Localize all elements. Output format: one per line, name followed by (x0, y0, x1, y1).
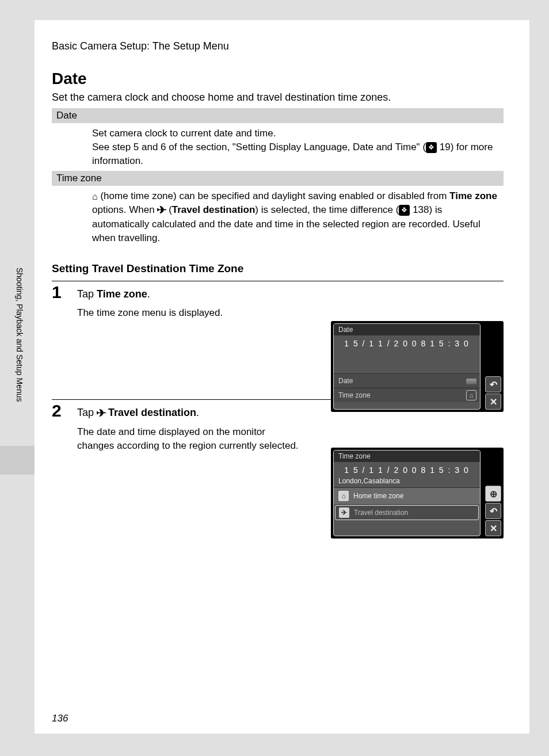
lcd1-row1-label: Date (338, 377, 353, 385)
bars-icon (466, 379, 476, 384)
back-button-2[interactable]: ↶ (485, 503, 501, 519)
lcd2-row-travel[interactable]: ✈ Travel destination (335, 505, 479, 520)
s2-tc: . (196, 407, 199, 418)
definition-timezone: Time zone ⌂ (home time zone) can be spec… (52, 171, 504, 249)
airplane-icon: ✈ (157, 203, 167, 217)
globe-button[interactable]: ⊕ (485, 486, 501, 502)
tz-t3: options. When (92, 204, 157, 215)
def-date-line1: Set camera clock to current date and tim… (92, 128, 276, 139)
step-1-body: The time zone menu is displayed. (77, 306, 304, 320)
lcd2-big: 1 5 / 1 1 / 2 0 0 8 1 5 : 3 0 London,Cas… (334, 462, 480, 487)
lcd1-right-pane: ↶ ✕ (485, 323, 501, 410)
definition-tz-head: Time zone (52, 171, 504, 186)
definition-date-head: Date (52, 108, 504, 123)
lcd2-row1-label: Home time zone (353, 492, 403, 500)
home-icon: ⌂ (92, 190, 98, 203)
s1-ta: Tap (77, 288, 97, 300)
page-ref-icon-2: ❖ (399, 205, 410, 216)
airplane-icon-row: ✈ (339, 507, 349, 518)
tz-t6: ) is selected, the time difference ( (255, 204, 399, 215)
step-1-title: Tap Time zone. (77, 285, 504, 300)
tz-t4: ( (166, 204, 171, 215)
back-button[interactable]: ↶ (485, 376, 501, 392)
manual-page: Shooting, Playback and Setup Menus Basic… (35, 20, 529, 734)
lcd2-row2-label: Travel destination (354, 509, 408, 517)
lcd2-title: Time zone (334, 450, 480, 462)
s1-tb: Time zone (97, 288, 147, 300)
side-tab-label: Shooting, Playback and Setup Menus (13, 268, 24, 446)
home-icon-small: ⌂ (466, 390, 476, 400)
airplane-icon-2: ✈ (96, 407, 106, 419)
lcd1-row-date[interactable]: Date (334, 373, 480, 388)
tz-t5: Travel destination (172, 204, 256, 215)
lcd2-datetime: 1 5 / 1 1 / 2 0 0 8 1 5 : 3 0 (334, 465, 480, 475)
lcd1-datetime: 1 5 / 1 1 / 2 0 0 8 1 5 : 3 0 (334, 335, 480, 373)
lcd1-left-pane: Date 1 5 / 1 1 / 2 0 0 8 1 5 : 3 0 Date … (333, 323, 481, 410)
sub-heading: Setting Travel Destination Time Zone (52, 262, 504, 275)
home-icon-row: ⌂ (338, 491, 349, 501)
intro-text: Set the camera clock and choose home and… (52, 91, 504, 104)
lcd-screenshot-2: Time zone 1 5 / 1 1 / 2 0 0 8 1 5 : 3 0 … (331, 448, 504, 539)
side-tab: Shooting, Playback and Setup Menus (0, 268, 35, 475)
step-2-number: 2 (52, 401, 62, 421)
lcd1-row2-label: Time zone (338, 391, 371, 399)
s2-ta: Tap (77, 407, 97, 418)
close-button-2[interactable]: ✕ (485, 520, 501, 536)
tz-t1: (home time zone) can be specified and da… (98, 190, 449, 201)
step-2-body: The date and time displayed on the monit… (77, 425, 304, 453)
tz-t2: Time zone (449, 190, 497, 201)
lcd2-left-pane: Time zone 1 5 / 1 1 / 2 0 0 8 1 5 : 3 0 … (333, 450, 481, 536)
page-ref-icon: ❖ (426, 142, 437, 153)
definition-tz-body: ⌂ (home time zone) can be specified and … (52, 186, 504, 249)
step-1-number: 1 (52, 282, 62, 302)
page-number: 136 (52, 713, 68, 724)
lcd-screenshot-1: Date 1 5 / 1 1 / 2 0 0 8 1 5 : 3 0 Date … (331, 321, 504, 412)
definition-date-body: Set camera clock to current date and tim… (52, 123, 504, 171)
lcd2-row-home[interactable]: ⌂ Home time zone (334, 487, 480, 504)
s1-tc: . (147, 288, 150, 300)
lcd2-right-pane: ⊕ ↶ ✕ (485, 450, 501, 536)
def-date-line2a: See step 5 and 6 of the section, "Settin… (92, 142, 426, 152)
lcd1-row-timezone[interactable]: Time zone ⌂ (334, 388, 480, 402)
definition-date: Date Set camera clock to current date an… (52, 108, 504, 171)
s2-tb: Travel destination (105, 407, 196, 418)
breadcrumb-heading: Basic Camera Setup: The Setup Menu (52, 40, 504, 52)
lcd1-title: Date (334, 324, 480, 335)
lcd2-location: London,Casablanca (334, 475, 480, 485)
page-title: Date (52, 70, 504, 88)
close-button[interactable]: ✕ (485, 394, 501, 410)
